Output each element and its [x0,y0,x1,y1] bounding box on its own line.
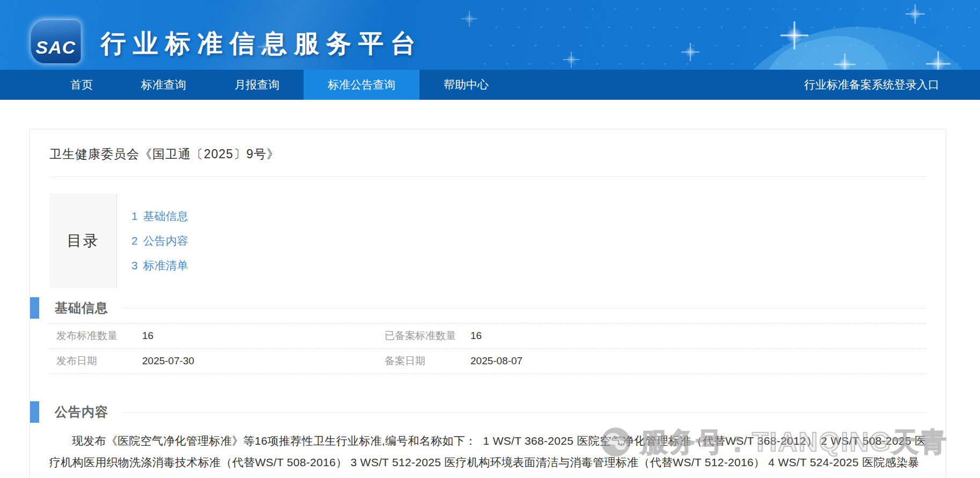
main-navbar: 首页 标准查询 月报查询 标准公告查询 帮助中心 行业标准备案系统登录入口 [0,70,980,100]
content-card: 卫生健康委员会《国卫通〔2025〕9号》 目录 1 基础信息 2 公告内容 3 … [30,129,946,478]
field-value: 2025-08-07 [470,355,522,367]
sparkle-icon [834,54,856,70]
toc-link-number: 3 [131,259,138,272]
field-published-count: 发布标准数量 16 [49,323,378,348]
field-value: 16 [470,330,482,342]
announcement-header: 公告内容 [30,401,926,423]
nav-item-announcement-search[interactable]: 标准公告查询 [304,70,419,100]
field-publish-date: 发布日期 2025-07-30 [49,349,378,373]
field-label: 备案日期 [385,354,470,368]
nav-item-help-center[interactable]: 帮助中心 [419,70,513,100]
toc-link-label: 标准清单 [143,258,188,273]
toc-links: 1 基础信息 2 公告内容 3 标准清单 [117,194,188,288]
nav-item-monthly-report[interactable]: 月报查询 [210,70,304,100]
toc-link-number: 1 [131,210,138,223]
toc-link-standard-list[interactable]: 3 标准清单 [131,253,188,278]
sparkle-icon [780,21,808,49]
toc-link-number: 2 [131,234,138,247]
basic-info-title: 基础信息 [55,299,108,317]
field-label: 已备案标准数量 [385,329,470,343]
sparkle-icon [563,52,579,68]
field-value: 16 [142,330,153,342]
toc-link-announcement[interactable]: 2 公告内容 [131,229,188,253]
title-divider [49,177,926,177]
field-label: 发布日期 [56,354,142,368]
field-value: 2025-07-30 [142,355,194,367]
section-basic-info: 基础信息 发布标准数量 16 已备案标准数量 16 发布日期 2025-07-3… [49,297,926,374]
site-title: 行业标准信息服务平台 [101,27,423,61]
field-row: 发布标准数量 16 已备案标准数量 16 [49,323,926,349]
sparkle-icon [461,11,477,27]
nav-item-home[interactable]: 首页 [46,70,117,100]
filing-system-login-link[interactable]: 行业标准备案系统登录入口 [804,70,939,100]
field-label: 发布标准数量 [56,329,142,343]
sac-logo-text: SAC [36,37,76,58]
field-filed-count: 已备案标准数量 16 [378,323,926,348]
toc-label: 目录 [49,194,117,288]
dot-pattern-decoration [471,0,980,70]
field-filing-date: 备案日期 2025-08-07 [378,349,926,373]
basic-info-header: 基础信息 [30,297,926,319]
section-header-line [122,412,926,413]
sparkle-icon [905,4,925,24]
toc-link-label: 基础信息 [143,209,188,224]
section-header-line [122,308,926,308]
nav-item-standard-search[interactable]: 标准查询 [117,70,210,100]
site-header: SAC 行业标准信息服务平台 [0,0,980,70]
toc-link-label: 公告内容 [143,233,188,248]
document-title: 卫生健康委员会《国卫通〔2025〕9号》 [49,146,926,163]
field-row: 发布日期 2025-07-30 备案日期 2025-08-07 [49,349,926,374]
sac-logo[interactable]: SAC [31,19,81,63]
announcement-body: 现发布《医院空气净化管理标准》等16项推荐性卫生行业标准,编号和名称如下： 1 … [49,430,926,478]
sparkle-icon [926,52,950,70]
sparkle-icon [681,43,699,61]
table-of-contents: 目录 1 基础信息 2 公告内容 3 标准清单 [49,194,926,288]
section-announcement: 公告内容 现发布《医院空气净化管理标准》等16项推荐性卫生行业标准,编号和名称如… [49,401,926,478]
section-accent-bar [30,297,39,319]
section-accent-bar [30,401,39,423]
basic-info-fields: 发布标准数量 16 已备案标准数量 16 发布日期 2025-07-30 备案日… [49,323,926,374]
toc-link-basic-info[interactable]: 1 基础信息 [131,204,188,229]
announcement-title: 公告内容 [55,403,108,421]
